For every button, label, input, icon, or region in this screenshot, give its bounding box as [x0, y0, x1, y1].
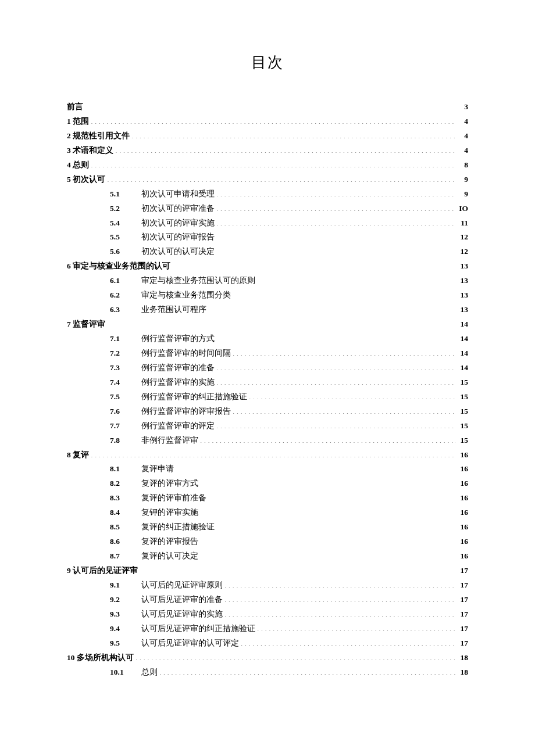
toc-entry-page: 13 [458, 260, 468, 273]
toc-entry-number: 8.5 [110, 521, 133, 534]
toc-entry-page: 17 [458, 564, 468, 578]
toc-leader-dots [200, 435, 456, 443]
toc-entry: 10 多场所机构认可18 [67, 651, 468, 665]
toc-leader-dots [224, 579, 456, 587]
toc-entry-label: 初次认可申请和受理 [141, 188, 215, 201]
toc-leader-dots [224, 594, 456, 602]
toc-entry-page: 14 [458, 318, 468, 331]
toc-entry-page: 17 [458, 608, 468, 621]
toc-entry-label: 例行监督评审的评定 [141, 420, 215, 433]
toc-leader-dots [91, 116, 456, 124]
toc-entry-label: 复评的评审方式 [141, 477, 198, 490]
toc-entry-page: 15 [458, 434, 468, 447]
toc-entry-number: 5.1 [110, 188, 133, 201]
toc-entry: 9.5认可后见证评审的认可评定17 [67, 637, 468, 650]
toc-entry: 8.5复评的纠正措施验证16 [67, 521, 468, 534]
toc-entry-label: 复钾的评审实施 [141, 506, 198, 519]
toc-leader-dots [200, 536, 456, 544]
toc-leader-dots [241, 637, 456, 646]
toc-entry: 7.8非例行监督评审15 [67, 434, 468, 447]
toc-entry: 5.5初次认可的评审报告12 [67, 231, 468, 244]
toc-leader-dots [140, 565, 456, 574]
toc-entry-page: 15 [458, 405, 468, 418]
toc-entry-label: 业务范围认可程序 [141, 303, 206, 317]
toc-entry: 8.2复评的评审方式16 [67, 477, 468, 490]
toc-entry-page: 14 [458, 361, 468, 375]
toc-entry-number: 8.7 [110, 550, 133, 563]
toc-entry-page: 16 [458, 477, 468, 490]
toc-entry-number: 9.5 [110, 637, 133, 650]
toc-title: 目次 [67, 52, 468, 73]
toc-entry: 9.2认可后见证评审的准备17 [67, 593, 468, 607]
toc-entry-label: 4 总则 [67, 159, 89, 172]
toc-leader-dots [208, 304, 456, 313]
toc-leader-dots [257, 623, 456, 631]
toc-entry-number: 5.6 [110, 245, 133, 259]
toc-entry: 6.1审定与核查业务范围认可的原则13 [67, 274, 468, 288]
toc-entry: 6 审定与核查业务范围的认可13 [67, 260, 468, 273]
table-of-contents: 前言31 范围42 规范性引用文件43 术语和定义44 总则85 初次认可95.… [67, 101, 468, 679]
toc-entry-number: 8.2 [110, 477, 133, 490]
toc-entry-number: 9.2 [110, 593, 133, 607]
toc-entry-number: 7.7 [110, 420, 133, 433]
toc-entry-label: 例行监督评审的准备 [141, 361, 215, 375]
toc-leader-dots [131, 130, 456, 138]
toc-leader-dots [200, 551, 456, 559]
toc-leader-dots [200, 507, 456, 515]
toc-entry-number: 7.2 [110, 347, 133, 360]
toc-entry-number: 6.2 [110, 289, 133, 302]
toc-entry-page: 16 [458, 521, 468, 534]
toc-entry-label: 初次认可的评审报告 [141, 231, 215, 244]
toc-entry: 4 总则8 [67, 159, 468, 172]
toc-entry-page: 13 [458, 274, 468, 288]
toc-entry-page: 12 [458, 231, 468, 244]
toc-entry-number: 7.3 [110, 361, 133, 375]
toc-entry-number: 6.1 [110, 274, 133, 288]
toc-entry-number: 5.4 [110, 217, 133, 230]
toc-entry-label: 例行监督评审的时间间隔 [141, 347, 231, 360]
toc-entry: 5.4初次认可的评审实施11 [67, 217, 468, 230]
toc-entry-label: 7 监督评审 [67, 318, 105, 331]
toc-entry-label: 认可后的见证评审原则 [141, 579, 223, 592]
toc-entry-page: 9 [458, 173, 468, 187]
toc-entry: 9.1认可后的见证评审原则17 [67, 579, 468, 592]
toc-entry: 3 术语和定义4 [67, 144, 468, 157]
toc-leader-dots [216, 377, 456, 385]
toc-entry: 9.4认可后见证评审的纠正措施验证17 [67, 622, 468, 636]
toc-leader-dots [208, 493, 456, 501]
toc-entry: 5.2初次认可的评审准备IO [67, 202, 468, 216]
toc-entry-label: 复评的认可决定 [141, 550, 198, 563]
toc-entry-page: 14 [458, 347, 468, 360]
toc-entry-label: 总则 [141, 666, 158, 679]
toc-entry-label: 例行监督评审的实施 [141, 376, 215, 389]
toc-entry-number: 8.6 [110, 535, 133, 549]
toc-entry-number: 7.5 [110, 390, 133, 404]
toc-entry-label: 前言 [67, 101, 83, 114]
toc-entry-page: 17 [458, 593, 468, 607]
toc-entry-number: 5.2 [110, 202, 133, 216]
toc-entry: 7.1例行监督评审的方式14 [67, 332, 468, 346]
toc-leader-dots [216, 246, 456, 255]
toc-entry-page: 13 [458, 289, 468, 302]
toc-entry-label: 5 初次认可 [67, 173, 105, 187]
toc-entry-number: 7.8 [110, 434, 133, 447]
toc-entry-page: 14 [458, 332, 468, 346]
toc-leader-dots [233, 347, 456, 356]
toc-entry: 2 规范性引用文件4 [67, 130, 468, 143]
toc-entry: 9 认可后的见证评审17 [67, 564, 468, 578]
toc-entry-label: 初次认可的认可决定 [141, 245, 215, 259]
toc-entry-page: 4 [458, 130, 468, 143]
toc-entry-page: 16 [458, 550, 468, 563]
toc-entry-label: 初次认可的评审实施 [141, 217, 215, 230]
toc-entry-number: 7.6 [110, 405, 133, 418]
toc-entry-number: 6.3 [110, 303, 133, 317]
toc-leader-dots [107, 319, 456, 327]
toc-entry-page: 9 [458, 188, 468, 201]
toc-leader-dots [172, 261, 456, 269]
toc-entry-page: 16 [458, 492, 468, 505]
toc-entry-page: 15 [458, 420, 468, 433]
toc-entry: 7.4例行监督评审的实施15 [67, 376, 468, 389]
toc-leader-dots [233, 290, 456, 298]
toc-leader-dots [115, 145, 456, 153]
toc-entry-page: 3 [458, 101, 468, 114]
